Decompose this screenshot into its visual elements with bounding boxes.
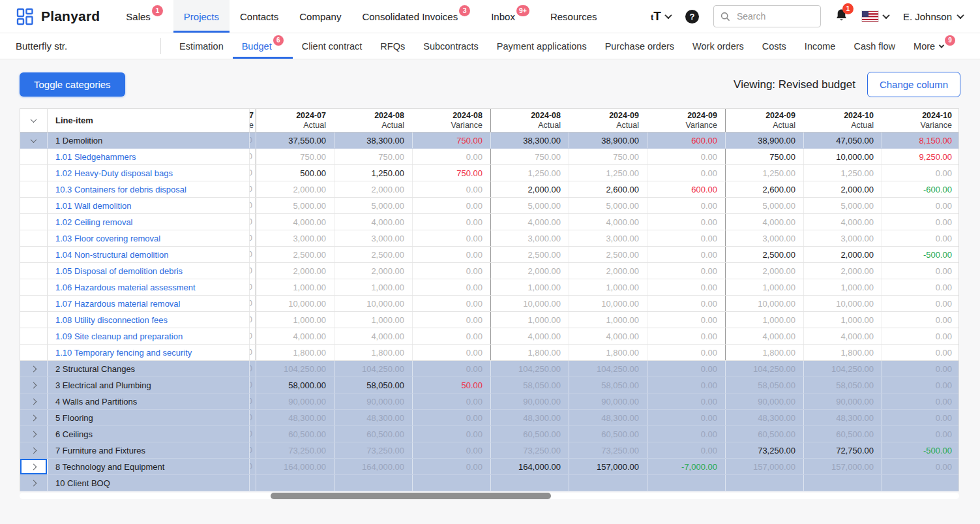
text-size-control[interactable]: tT <box>651 9 671 23</box>
value-cell[interactable]: 73,250.00 <box>256 442 334 458</box>
value-cell[interactable]: 1,250.00 <box>490 165 569 181</box>
value-cell[interactable]: 164,000.00 <box>490 459 569 474</box>
nav-item-projects[interactable]: Projects <box>173 0 230 33</box>
value-cell[interactable]: 72,750.00 <box>803 442 882 458</box>
value-cell[interactable]: 1,000.00 <box>569 279 647 295</box>
value-cell[interactable]: 0.00 <box>647 393 725 409</box>
tab-purchase-orders[interactable]: Purchase orders <box>596 33 683 59</box>
value-cell[interactable]: 2,500.00 <box>725 247 803 262</box>
tab-subcontracts[interactable]: Subcontracts <box>414 33 488 59</box>
value-cell[interactable]: 0.00 <box>882 410 960 425</box>
value-cell[interactable]: 1,000.00 <box>569 312 647 328</box>
value-cell[interactable]: 0.00 <box>412 230 490 246</box>
value-cell[interactable]: 0.00 <box>882 198 960 213</box>
value-cell[interactable]: 58,000.00 <box>256 377 334 393</box>
expand-chevron-cell[interactable] <box>20 296 48 311</box>
expand-chevron-cell[interactable] <box>20 230 48 246</box>
expand-chevron-cell[interactable] <box>20 410 48 425</box>
expand-chevron-cell[interactable] <box>20 132 48 148</box>
tab-estimation[interactable]: Estimation <box>170 33 233 59</box>
value-cell[interactable]: 2,500.00 <box>490 247 569 262</box>
value-cell[interactable]: 60,500.00 <box>803 426 882 442</box>
value-cell[interactable]: 38,900.00 <box>569 132 647 148</box>
value-cell[interactable]: 0.00 <box>412 263 490 279</box>
value-cell[interactable]: 157,000.00 <box>725 459 803 474</box>
value-cell[interactable]: 0.00 <box>647 345 725 360</box>
value-cell[interactable]: 5,000.00 <box>725 198 803 213</box>
value-cell[interactable]: 750.00 <box>725 149 803 164</box>
value-cell[interactable]: 1,000.00 <box>256 279 334 295</box>
value-cell[interactable]: 0.00 <box>412 198 490 213</box>
expand-chevron-cell[interactable] <box>20 214 48 230</box>
value-cell[interactable]: 1,800.00 <box>334 345 412 360</box>
value-cell[interactable]: 90,000.00 <box>334 393 412 409</box>
value-cell[interactable]: 750.00 <box>412 165 490 181</box>
tab-cash-flow[interactable]: Cash flow <box>844 33 904 59</box>
value-cell[interactable]: 10,000.00 <box>256 296 334 311</box>
expand-chevron-cell[interactable] <box>20 361 48 377</box>
value-cell[interactable]: 0.00 <box>412 181 490 197</box>
value-cell[interactable]: 90,000.00 <box>803 393 882 409</box>
expand-chevron-cell[interactable] <box>20 328 48 344</box>
value-cell[interactable]: 58,050.00 <box>803 377 882 393</box>
value-cell[interactable] <box>569 475 647 491</box>
value-cell[interactable]: 4,000.00 <box>490 328 569 344</box>
value-cell[interactable]: 0.00 <box>882 328 960 344</box>
value-cell[interactable]: 1,000.00 <box>803 312 882 328</box>
line-item-link[interactable]: 1.10 Temporary fencing and security <box>48 345 249 360</box>
value-cell[interactable]: 0.00 <box>647 247 725 262</box>
value-cell[interactable]: 104,250.00 <box>334 361 412 377</box>
value-cell[interactable]: 90,000.00 <box>490 393 569 409</box>
nav-item-inbox[interactable]: Inbox9+ <box>481 0 540 33</box>
change-column-button[interactable]: Change column <box>867 72 960 97</box>
expand-chevron-cell[interactable] <box>20 279 48 295</box>
value-cell[interactable]: 0.00 <box>647 263 725 279</box>
value-cell[interactable]: 4,000.00 <box>569 328 647 344</box>
value-cell[interactable]: 60,500.00 <box>490 426 569 442</box>
value-cell[interactable] <box>256 475 334 491</box>
value-cell[interactable] <box>647 475 725 491</box>
value-cell[interactable]: 3,000.00 <box>334 230 412 246</box>
value-cell[interactable]: 2,000.00 <box>725 263 803 279</box>
value-cell[interactable]: 0.00 <box>882 377 960 393</box>
value-cell[interactable]: 0.00 <box>647 214 725 230</box>
value-cell[interactable] <box>412 475 490 491</box>
value-cell[interactable]: 1,250.00 <box>569 165 647 181</box>
planyard-logo[interactable]: Planyard <box>16 0 100 33</box>
scrollbar-thumb[interactable] <box>271 493 551 499</box>
value-cell[interactable]: 3,000.00 <box>803 230 882 246</box>
line-item-link[interactable]: 1.09 Site cleanup and preparation <box>48 328 249 344</box>
value-cell[interactable]: 0.00 <box>882 393 960 409</box>
value-cell[interactable]: 0.00 <box>412 426 490 442</box>
value-cell[interactable]: 4,000.00 <box>334 214 412 230</box>
value-cell[interactable]: 0.00 <box>647 442 725 458</box>
value-cell[interactable]: 0.00 <box>412 361 490 377</box>
value-cell[interactable]: 4,000.00 <box>803 214 882 230</box>
value-cell[interactable]: 8,150.00 <box>882 132 960 148</box>
value-cell[interactable]: 750.00 <box>569 149 647 164</box>
value-cell[interactable]: 0.00 <box>412 393 490 409</box>
value-cell[interactable]: 2,500.00 <box>256 247 334 262</box>
value-cell[interactable]: 1,000.00 <box>490 312 569 328</box>
value-cell[interactable]: 50.00 <box>412 377 490 393</box>
value-cell[interactable]: 104,250.00 <box>256 361 334 377</box>
value-cell[interactable] <box>490 475 569 491</box>
toggle-categories-button[interactable]: Toggle categories <box>20 72 125 97</box>
value-cell[interactable]: 90,000.00 <box>725 393 803 409</box>
value-cell[interactable]: 0.00 <box>647 165 725 181</box>
expand-chevron-cell[interactable] <box>20 312 48 328</box>
nav-item-sales[interactable]: Sales1 <box>115 0 173 33</box>
value-cell[interactable]: 58,050.00 <box>490 377 569 393</box>
value-cell[interactable]: 104,250.00 <box>490 361 569 377</box>
value-cell[interactable] <box>803 475 882 491</box>
value-cell[interactable]: 1,250.00 <box>803 165 882 181</box>
value-cell[interactable]: 48,300.00 <box>334 410 412 425</box>
value-cell[interactable]: 3,000.00 <box>569 230 647 246</box>
line-item-link[interactable]: 1.05 Disposal of demolition debris <box>48 263 249 279</box>
line-item-link[interactable]: 1.02 Ceiling removal <box>48 214 249 230</box>
value-cell[interactable]: 5,000.00 <box>490 198 569 213</box>
value-cell[interactable]: 48,300.00 <box>256 410 334 425</box>
value-cell[interactable]: 73,250.00 <box>725 442 803 458</box>
value-cell[interactable]: 60,500.00 <box>569 426 647 442</box>
value-cell[interactable]: 10,000.00 <box>803 149 882 164</box>
